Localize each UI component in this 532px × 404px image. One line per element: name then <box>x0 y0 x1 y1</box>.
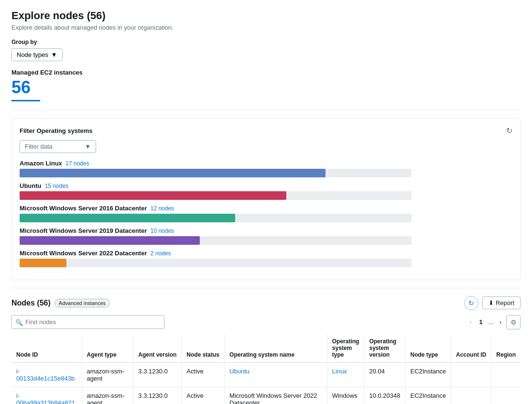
bar-background <box>20 214 412 222</box>
os-bar-item: Microsoft Windows Server 2016 Datacenter… <box>20 205 512 222</box>
bar-fill <box>20 236 200 245</box>
section-divider <box>11 110 521 110</box>
cell-os-name[interactable]: Ubuntu <box>225 362 327 387</box>
os-bar-item: Amazon Linux 17 nodes <box>20 160 512 177</box>
bar-fill <box>20 169 326 177</box>
cell-account-id <box>451 362 491 387</box>
table-row: i-00ba99a313b84a821amazon-ssm-agent3.3.1… <box>11 387 521 404</box>
os-type-link[interactable]: Linux <box>332 368 347 375</box>
ellipsis: ... <box>488 318 495 326</box>
cell-os-name: Microsoft Windows Server 2022 Datacenter <box>225 387 327 404</box>
cell-agent-type: amazon-ssm-agent <box>82 362 133 387</box>
nodes-divider <box>11 288 521 288</box>
filter-dropdown[interactable]: Filter data ▼ <box>20 140 96 153</box>
col-header-agent_version: Agent version <box>133 334 182 362</box>
os-bar-label: Microsoft Windows Server 2022 Datacenter… <box>20 250 512 257</box>
os-bar-item: Ubuntu 15 nodes <box>20 182 512 200</box>
os-bar-label: Ubuntu 15 nodes <box>20 182 512 189</box>
cell-account-id <box>451 387 491 404</box>
nodes-title: Nodes (56) Advanced instances <box>11 299 110 307</box>
os-name-link[interactable]: Ubuntu <box>229 368 250 375</box>
next-page-button[interactable]: › <box>497 317 504 328</box>
cell-node-id[interactable]: i-00133d4e1c15e843b <box>11 362 82 387</box>
bar-fill <box>20 259 66 267</box>
search-input-wrap: 🔍 <box>11 315 164 329</box>
cell-region <box>491 387 521 404</box>
bar-fill <box>20 191 286 200</box>
page-title: Explore nodes (56) <box>11 10 106 22</box>
col-header-os_type: Operatingsystemtype <box>327 334 364 362</box>
table-body: i-00133d4e1c15e843bamazon-ssm-agent3.3.1… <box>11 362 521 404</box>
page-subtitle: Explore details about managed nodes in y… <box>11 24 521 31</box>
prev-page-button[interactable]: ‹ <box>467 317 474 328</box>
refresh-nodes-button[interactable]: ↻ <box>464 296 478 310</box>
download-icon: ⬇ <box>489 299 494 306</box>
current-page-button[interactable]: 1 <box>477 317 486 328</box>
os-bar-item: Microsoft Windows Server 2019 Datacenter… <box>20 227 512 245</box>
cell-region <box>491 362 521 387</box>
cell-os-version: 20.04 <box>364 362 405 387</box>
bar-background <box>20 191 412 200</box>
ec2-count: 56 <box>11 78 521 97</box>
filter-title: Filter Operating systems <box>20 127 92 134</box>
ec2-card: Managed EC2 instances 56 <box>11 69 521 101</box>
group-by-value: Node types <box>17 51 48 58</box>
bar-background <box>20 169 412 177</box>
nodes-label: Nodes (56) <box>11 299 51 307</box>
col-header-region: Region <box>491 334 521 362</box>
nodes-section: Nodes (56) Advanced instances ↻ ⬇ Report… <box>11 296 521 404</box>
col-header-os_name: Operating system name <box>225 334 327 362</box>
col-header-node_status: Node status <box>182 334 225 362</box>
cell-os-version: 10.0.20348 <box>364 387 405 404</box>
col-header-os_version: Operatingsystemversion <box>364 334 405 362</box>
bar-fill <box>20 214 235 222</box>
os-bar-label: Microsoft Windows Server 2019 Datacenter… <box>20 227 512 234</box>
col-header-node_id: Node ID <box>11 334 82 362</box>
group-by-dropdown[interactable]: Node types ▼ <box>11 48 63 61</box>
os-bar-item: Microsoft Windows Server 2022 Datacenter… <box>20 250 512 267</box>
group-by-label: Group by <box>11 39 521 45</box>
nodes-table-wrap: Node IDAgent typeAgent versionNode statu… <box>11 334 521 404</box>
advanced-badge: Advanced instances <box>54 299 110 307</box>
node-id-link[interactable]: i-00ba99a313b84a821 <box>16 392 75 404</box>
cell-node-type: EC2Instance <box>405 387 451 404</box>
cell-os-type: Windows <box>327 387 364 404</box>
os-bar-label: Amazon Linux 17 nodes <box>20 160 512 167</box>
cell-node-status: Active <box>182 362 225 387</box>
search-input[interactable] <box>11 315 164 329</box>
cell-agent-version: 3.3.1230.0 <box>133 387 182 404</box>
col-header-node_type: Node type <box>405 334 451 362</box>
filter-header: Filter Operating systems ↻ <box>20 126 512 135</box>
cell-agent-type: amazon-ssm-agent <box>82 387 133 404</box>
table-row: i-00133d4e1c15e843bamazon-ssm-agent3.3.1… <box>11 362 521 387</box>
ec2-label: Managed EC2 instances <box>11 69 521 76</box>
nodes-header: Nodes (56) Advanced instances ↻ ⬇ Report <box>11 296 521 310</box>
os-bar-label: Microsoft Windows Server 2016 Datacenter… <box>20 205 512 212</box>
nodes-actions: ↻ ⬇ Report <box>464 296 521 310</box>
refresh-icon[interactable]: ↻ <box>506 126 512 135</box>
cell-node-id[interactable]: i-00ba99a313b84a821 <box>11 387 82 404</box>
cell-node-status: Active <box>182 387 225 404</box>
col-header-agent_type: Agent type <box>82 334 133 362</box>
filter-section: Filter Operating systems ↻ Filter data ▼… <box>11 118 521 280</box>
filter-placeholder: Filter data <box>25 143 53 150</box>
table-settings-button[interactable]: ⚙ <box>506 315 521 329</box>
ec2-underline <box>11 100 40 101</box>
chevron-down-icon: ▼ <box>51 51 57 58</box>
search-icon: 🔍 <box>15 318 23 326</box>
chevron-down-icon: ▼ <box>85 143 91 150</box>
os-bars-container: Amazon Linux 17 nodes Ubuntu 15 nodes Mi… <box>20 160 512 267</box>
bar-background <box>20 236 412 245</box>
bar-background <box>20 259 412 267</box>
nodes-table: Node IDAgent typeAgent versionNode statu… <box>11 334 521 404</box>
node-id-link[interactable]: i-00133d4e1c15e843b <box>16 368 75 382</box>
cell-node-type: EC2Instance <box>405 362 451 387</box>
cell-os-type[interactable]: Linux <box>327 362 364 387</box>
table-header: Node IDAgent typeAgent versionNode statu… <box>11 334 521 362</box>
cell-agent-version: 3.3.1230.0 <box>133 362 182 387</box>
col-header-account_id: Account ID <box>451 334 491 362</box>
search-bar: 🔍 ‹ 1 ... › ⚙ <box>11 315 521 329</box>
report-button[interactable]: ⬇ Report <box>482 296 521 309</box>
